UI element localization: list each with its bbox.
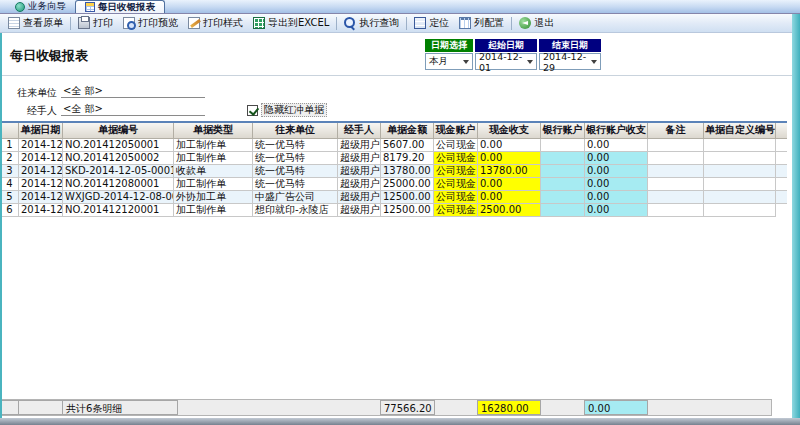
print-style-button[interactable]: 打印样式	[183, 15, 248, 31]
table-cell-filler	[776, 177, 787, 190]
page-title: 每日收银报表	[10, 47, 88, 65]
table-cell	[541, 138, 585, 151]
table-cell: 公司现金	[434, 151, 478, 164]
row-number-cell: 1	[1, 138, 19, 151]
column-header[interactable]: 银行账户收支	[585, 122, 648, 138]
window-left-border	[0, 33, 2, 418]
table-cell-filler	[776, 203, 787, 216]
table-cell	[648, 203, 704, 216]
table-cell: 公司现金	[434, 164, 478, 177]
button-label: 执行查询	[359, 16, 399, 30]
summary-cell-empty	[18, 400, 63, 415]
column-config-button[interactable]: 列配置	[454, 15, 509, 31]
table-row[interactable]: 12014-12-05NO.201412050001加工制作单统一优马特超级用户…	[1, 138, 787, 151]
toolbar-separator	[406, 17, 407, 30]
table-cell: 公司现金	[434, 190, 478, 203]
date-mode-value: 本月	[429, 55, 448, 68]
column-header[interactable]: 银行账户	[541, 122, 585, 138]
table-row[interactable]: 22014-12-05NO.201412050002加工制作单统一优马特超级用户…	[1, 151, 787, 164]
summary-amount-total: 77566.20	[380, 400, 435, 415]
row-number-cell: 6	[1, 203, 19, 216]
table-cell: 5607.00	[381, 138, 434, 151]
table-row[interactable]: 52014-12-08WXJGD-2014-12-08-0002外协加工单中盛广…	[1, 190, 787, 203]
button-label: 打印样式	[203, 16, 243, 30]
chevron-down-icon	[463, 60, 469, 64]
table-cell: 8179.20	[381, 151, 434, 164]
date-filter: 日期选择 本月 起始日期 2014-12-01 结束日期 2014-12-29	[425, 39, 601, 70]
column-header[interactable]: 单据金额	[381, 122, 434, 138]
table-cell: 统一优马特	[253, 138, 338, 151]
table-cell: 超级用户	[338, 177, 381, 190]
column-header[interactable]: 单据编号	[63, 122, 174, 138]
exit-icon	[519, 17, 531, 29]
column-header[interactable]: 经手人	[338, 122, 381, 138]
table-cell: 2014-12-12	[19, 203, 63, 216]
table-cell: 13780.00	[478, 164, 541, 177]
print-preview-button[interactable]: 打印预览	[118, 15, 183, 31]
column-header[interactable]: 现金收支	[478, 122, 541, 138]
table-cell: 0.00	[585, 151, 648, 164]
window-right-border	[792, 14, 800, 418]
column-header[interactable]: 单据日期	[19, 122, 63, 138]
partner-field[interactable]: <全 部>	[61, 84, 205, 98]
table-cell: 0.00	[585, 138, 648, 151]
table-cell: 超级用户	[338, 164, 381, 177]
view-original-button[interactable]: 查看原单	[3, 15, 68, 31]
row-number-header	[1, 122, 19, 138]
table-cell: SKD-2014-12-05-0001	[63, 164, 174, 177]
table-cell: 2014-12-08	[19, 190, 63, 203]
excel-icon	[253, 17, 265, 29]
column-header[interactable]: 现金账户	[434, 122, 478, 138]
table-cell: 0.00	[585, 177, 648, 190]
table-cell: 超级用户	[338, 190, 381, 203]
search-icon	[344, 17, 356, 29]
locate-button[interactable]: 定位	[409, 15, 454, 31]
start-date-value: 2014-12-01	[479, 51, 527, 73]
handler-field[interactable]: <全 部>	[61, 102, 205, 116]
start-date-select[interactable]: 2014-12-01	[475, 53, 537, 70]
table-cell: 2014-12-08	[19, 177, 63, 190]
toolbar: 查看原单 打印 打印预览 打印样式 导出到EXCEL 执行查询 定位	[0, 14, 800, 33]
column-header[interactable]: 单据类型	[174, 122, 253, 138]
column-header[interactable]: 备注	[648, 122, 704, 138]
hide-reversal-label: 隐藏红冲单据	[261, 103, 327, 117]
exit-button[interactable]: 退出	[514, 15, 559, 31]
app-window: 业务向导 每日收银报表 查看原单 打印 打印预览 打印样式 导出到EXCEL	[0, 0, 800, 425]
toolbar-separator	[70, 17, 71, 30]
report-table: 单据日期单据编号单据类型往来单位经手人单据金额现金账户现金收支银行账户银行账户收…	[0, 121, 787, 217]
column-header[interactable]: 单据自定义编号	[704, 122, 776, 138]
table-cell: 12500.00	[381, 190, 434, 203]
export-excel-button[interactable]: 导出到EXCEL	[248, 15, 334, 31]
tab-daily-cash-report[interactable]: 每日收银报表	[75, 0, 165, 13]
table-cell: 2014-12-05	[19, 138, 63, 151]
window-bottom-border	[0, 418, 800, 425]
chevron-down-icon	[591, 60, 597, 64]
table-row[interactable]: 32014-12-05SKD-2014-12-05-0001收款单统一优马特超级…	[1, 164, 787, 177]
date-mode-select[interactable]: 本月	[425, 53, 473, 70]
table-cell: 0.00	[478, 190, 541, 203]
column-header[interactable]: 往来单位	[253, 122, 338, 138]
table-cell: 统一优马特	[253, 164, 338, 177]
wizard-icon	[15, 2, 25, 12]
tab-business-wizard[interactable]: 业务向导	[6, 0, 75, 13]
button-label: 导出到EXCEL	[268, 16, 329, 30]
summary-bar: 共计6条明细 77566.20 16280.00 0.00	[0, 399, 772, 416]
button-label: 打印预览	[138, 16, 178, 30]
print-button[interactable]: 打印	[73, 15, 118, 31]
table-cell	[541, 151, 585, 164]
row-number-cell: 4	[1, 177, 19, 190]
table-cell	[648, 164, 704, 177]
table-cell	[704, 164, 776, 177]
table-row[interactable]: 62014-12-12NO.201412120001加工制作单想印就印-永陵店超…	[1, 203, 787, 216]
table-cell	[541, 203, 585, 216]
row-number-cell: 3	[1, 164, 19, 177]
table-cell	[541, 177, 585, 190]
report-icon	[85, 2, 95, 12]
table-row[interactable]: 42014-12-08NO.201412080001加工制作单统一优马特超级用户…	[1, 177, 787, 190]
table-cell-filler	[776, 190, 787, 203]
table-cell	[541, 190, 585, 203]
run-query-button[interactable]: 执行查询	[339, 15, 404, 31]
end-date-select[interactable]: 2014-12-29	[539, 53, 601, 70]
column-header-filler	[776, 122, 787, 138]
hide-reversal-checkbox[interactable]	[247, 105, 258, 116]
